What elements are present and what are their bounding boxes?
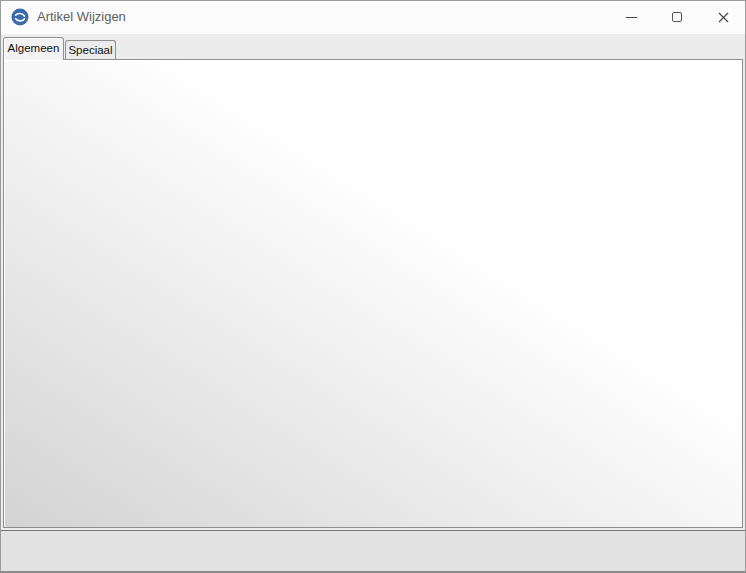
app-icon bbox=[11, 8, 29, 26]
maximize-button[interactable] bbox=[654, 1, 700, 33]
tab-speciaal[interactable]: Speciaal bbox=[65, 40, 116, 60]
close-button[interactable] bbox=[700, 1, 746, 33]
minimize-button[interactable] bbox=[608, 1, 654, 33]
close-icon bbox=[718, 12, 729, 23]
maximize-icon bbox=[672, 12, 682, 22]
window-title: Artikel Wijzigen bbox=[37, 1, 126, 33]
footer-bar: Annuleren OK bbox=[1, 530, 745, 573]
tab-page-algemeen bbox=[3, 59, 743, 528]
tab-algemeen[interactable]: Algemeen bbox=[3, 37, 64, 60]
dialog-artikel-wijzigen: Artikel Wijzigen Algemeen Speciaal Oud A… bbox=[0, 0, 746, 573]
titlebar: Artikel Wijzigen bbox=[1, 1, 745, 34]
minimize-icon bbox=[626, 17, 637, 18]
